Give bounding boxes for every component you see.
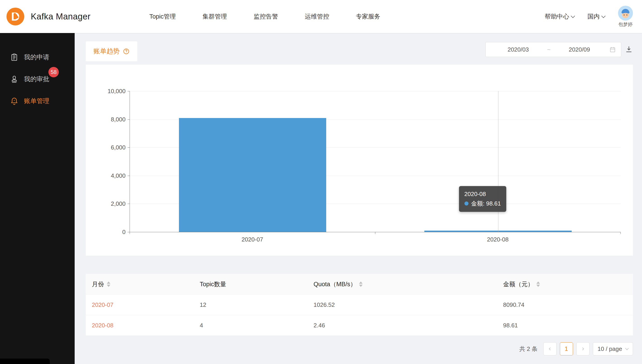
y-axis-tick <box>128 232 130 232</box>
help-center-label: 帮助中心 <box>545 12 569 20</box>
chart-tooltip: 2020-08 金额: 98.61 <box>459 186 506 212</box>
tab-label: 账单趋势 <box>94 47 120 56</box>
region-selector[interactable]: 国内 <box>587 12 605 20</box>
x-axis-tick <box>620 232 621 234</box>
date-range-picker[interactable]: 2020/03 ~ 2020/09 <box>485 42 621 57</box>
sidebar-item-my-approvals[interactable]: 我的审批 58 <box>0 68 75 90</box>
region-label: 国内 <box>587 12 600 20</box>
username: 包梦婷 <box>618 21 633 28</box>
chevron-down-icon <box>625 346 629 350</box>
y-axis-tick <box>128 91 130 91</box>
y-axis-label: 6,000 <box>86 144 126 151</box>
top-header: D Kafka Manager Topic管理 集群管理 监控告警 运维管控 专… <box>0 0 642 33</box>
quota-cell: 1026.52 <box>314 301 503 308</box>
bill-table: 月份 Topic数量 Quota（MB/s） 金额（元） 2020-07 12 <box>86 274 633 336</box>
nav-item-expert[interactable]: 专家服务 <box>356 12 380 20</box>
bar-chart-plot: 2020-08 金额: 98.61 <box>130 91 621 232</box>
y-axis-label: 8,000 <box>86 116 126 123</box>
table-row: 2020-08 4 2.46 98.61 <box>86 315 633 336</box>
avatar <box>618 6 633 20</box>
x-axis-label: 2020-08 <box>473 236 523 243</box>
date-range-separator: ~ <box>546 46 552 53</box>
y-axis-label: 4,000 <box>86 172 126 179</box>
next-page-button[interactable] <box>576 342 589 356</box>
calendar-icon <box>609 46 616 53</box>
nav-item-monitor[interactable]: 监控告警 <box>254 12 278 20</box>
column-header-quota[interactable]: Quota（MB/s） <box>314 280 503 288</box>
sidebar-collapse-handle[interactable] <box>0 358 50 364</box>
stamp-icon <box>10 75 19 84</box>
pagination: 共 2 条 1 10 / page <box>86 342 633 356</box>
nav-item-ops[interactable]: 运维管控 <box>305 12 329 20</box>
amount-cell: 8090.74 <box>503 301 633 308</box>
x-axis-label: 2020-07 <box>228 236 277 243</box>
chevron-down-icon <box>601 14 605 18</box>
user-menu[interactable]: 包梦婷 <box>618 6 633 28</box>
y-axis-tick <box>128 119 130 120</box>
main-content: 账单趋势 2020/03 ~ 2020/09 <box>75 33 642 364</box>
amount-cell: 98.61 <box>503 322 633 329</box>
bell-icon <box>10 97 19 105</box>
date-range-end[interactable]: 2020/09 <box>552 46 607 53</box>
y-axis-tick <box>128 148 130 148</box>
series-dot-icon <box>464 202 468 206</box>
sidebar-item-my-applications[interactable]: 我的申请 <box>0 46 75 68</box>
layout: 我的申请 我的审批 58 账单管理 账单趋势 <box>0 33 642 364</box>
tooltip-value: 金额: 98.61 <box>471 199 501 208</box>
chart-card: 2020-08 金额: 98.61 02,0004,0006,0008,0001… <box>86 65 633 256</box>
sidebar-item-label: 我的审批 <box>24 75 49 84</box>
sidebar: 我的申请 我的审批 58 账单管理 <box>0 33 75 364</box>
nav-item-cluster[interactable]: 集群管理 <box>203 12 227 20</box>
table-header-row: 月份 Topic数量 Quota（MB/s） 金额（元） <box>86 274 633 294</box>
sort-icon[interactable] <box>536 282 540 287</box>
chevron-down-icon <box>571 14 575 18</box>
chevron-left-icon <box>547 346 552 351</box>
topics-cell: 4 <box>200 322 314 329</box>
approvals-count-badge: 58 <box>49 67 59 77</box>
y-axis-tick <box>128 204 130 204</box>
grid-line <box>130 91 621 91</box>
y-axis-label: 2,000 <box>86 200 126 207</box>
x-axis-tick <box>375 232 375 234</box>
app-title: Kafka Manager <box>31 12 91 22</box>
sidebar-item-label: 账单管理 <box>24 97 49 105</box>
total-count: 共 2 条 <box>519 345 538 353</box>
x-axis-tick <box>130 232 130 234</box>
sidebar-item-bill-management[interactable]: 账单管理 <box>0 90 75 112</box>
help-center-link[interactable]: 帮助中心 <box>545 12 574 20</box>
topics-cell: 12 <box>200 301 314 308</box>
tooltip-title: 2020-08 <box>464 189 501 199</box>
chevron-right-icon <box>580 346 585 351</box>
svg-text:D: D <box>11 10 20 23</box>
sidebar-item-label: 我的申请 <box>24 53 49 62</box>
month-link[interactable]: 2020-07 <box>92 301 200 308</box>
question-circle-icon[interactable] <box>123 48 130 55</box>
page-size-select[interactable]: 10 / page <box>593 342 633 356</box>
page-size-value: 10 / page <box>598 346 622 352</box>
tab-bill-trend[interactable]: 账单趋势 <box>86 41 137 61</box>
download-icon[interactable] <box>625 45 633 53</box>
date-range-start[interactable]: 2020/03 <box>491 46 546 53</box>
y-axis-tick <box>128 176 130 176</box>
table-row: 2020-07 12 1026.52 8090.74 <box>86 294 633 315</box>
quota-cell: 2.46 <box>314 322 503 329</box>
y-axis-label: 0 <box>86 228 126 236</box>
y-axis-label: 10,000 <box>86 88 126 95</box>
prev-page-button[interactable] <box>543 342 556 356</box>
toolbar-row: 账单趋势 2020/03 ~ 2020/09 <box>86 41 633 61</box>
chart-bar[interactable] <box>179 118 326 232</box>
clipboard-icon <box>10 53 19 62</box>
sort-icon[interactable] <box>359 282 363 287</box>
brand-logo-icon[interactable]: D <box>6 7 25 26</box>
column-header-amount[interactable]: 金额（元） <box>503 280 633 288</box>
sort-icon[interactable] <box>107 282 110 287</box>
nav-item-topic[interactable]: Topic管理 <box>149 12 176 20</box>
header-right: 帮助中心 国内 包梦婷 <box>545 6 633 28</box>
column-header-topics: Topic数量 <box>200 280 314 288</box>
column-header-month[interactable]: 月份 <box>92 280 200 288</box>
top-nav: Topic管理 集群管理 监控告警 运维管控 专家服务 <box>149 12 380 20</box>
month-link[interactable]: 2020-08 <box>92 322 200 329</box>
page-button-1[interactable]: 1 <box>560 342 573 356</box>
